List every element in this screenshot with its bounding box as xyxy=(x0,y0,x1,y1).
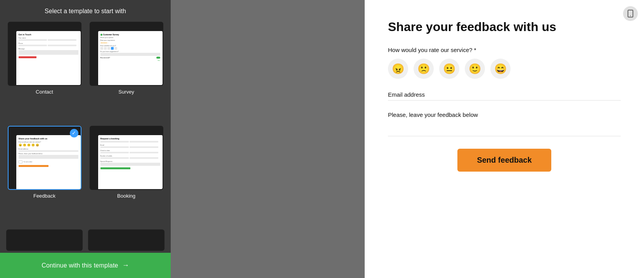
template-thumb-survey[interactable]: Customer Survey Share your opinion Rate … xyxy=(90,22,163,86)
template-item-booking[interactable]: Request a booking Email Check in date xyxy=(88,126,164,224)
feedback-divider xyxy=(388,136,621,136)
template-thumb-contact[interactable]: Get in Touch Your name Phone Message xyxy=(8,22,81,86)
emoji-neutral[interactable]: 😐 xyxy=(439,59,459,79)
template-grid: Get in Touch Your name Phone Message xyxy=(6,22,164,224)
middle-area xyxy=(171,0,365,278)
continue-button-label: Continue with this template xyxy=(42,262,118,269)
emoji-very-happy[interactable]: 😄 xyxy=(490,59,511,79)
email-divider xyxy=(388,100,621,101)
panel-title: Select a template to start with xyxy=(6,8,164,15)
template-label-booking: Booking xyxy=(117,193,135,199)
right-panel: Share your feedback with us How would yo… xyxy=(365,0,644,278)
template-item-survey[interactable]: Customer Survey Share your opinion Rate … xyxy=(88,22,164,120)
left-panel: Select a template to start with Get in T… xyxy=(0,0,171,278)
template-thumb-booking[interactable]: Request a booking Email Check in date xyxy=(90,126,163,190)
partial-thumb-2 xyxy=(88,229,164,251)
partial-templates-row xyxy=(6,229,164,251)
rating-label: How would you rate our service? * xyxy=(388,47,621,53)
emoji-happy[interactable]: 🙂 xyxy=(465,59,485,79)
emoji-row: 😠 🙁 😐 🙂 😄 xyxy=(388,59,621,79)
template-label-survey: Survey xyxy=(118,89,134,95)
template-item-contact[interactable]: Get in Touch Your name Phone Message xyxy=(6,22,83,120)
template-label-feedback: Feedback xyxy=(33,193,55,199)
arrow-icon: → xyxy=(122,261,129,269)
device-icon-button[interactable] xyxy=(623,6,638,21)
template-label-contact: Contact xyxy=(36,89,53,95)
send-feedback-button[interactable]: Send feedback xyxy=(457,149,551,172)
template-item-feedback[interactable]: ✓ Share your feedback with us How would … xyxy=(6,126,83,224)
template-thumb-feedback[interactable]: ✓ Share your feedback with us How would … xyxy=(8,126,81,190)
feedback-label: Please, leave your feedback below xyxy=(388,111,621,118)
emoji-very-unhappy[interactable]: 😠 xyxy=(388,59,408,79)
email-label: Email address xyxy=(388,91,621,98)
form-title: Share your feedback with us xyxy=(388,19,621,34)
partial-thumb-1 xyxy=(6,229,83,251)
continue-button[interactable]: Continue with this template → xyxy=(0,253,171,278)
selected-checkmark: ✓ xyxy=(70,129,78,137)
emoji-unhappy[interactable]: 🙁 xyxy=(414,59,434,79)
